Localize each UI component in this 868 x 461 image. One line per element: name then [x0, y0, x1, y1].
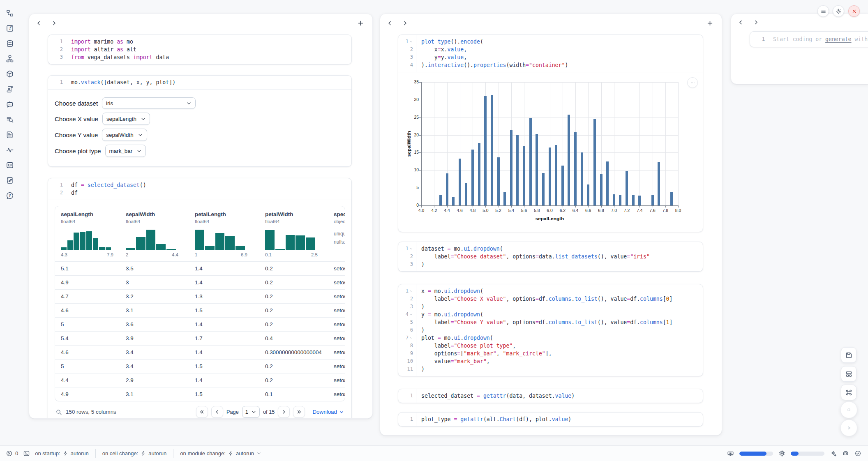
- sidebar-documentation-button[interactable]: [5, 130, 15, 140]
- page-select[interactable]: 1: [242, 406, 260, 418]
- sidebar-packages-button[interactable]: [5, 69, 15, 79]
- panel-next-button[interactable]: [402, 20, 408, 26]
- code-editor[interactable]: 1234plot_type().encode( x=x.value, y=y.v…: [398, 35, 703, 72]
- panel-prev-button[interactable]: [738, 19, 744, 25]
- code-cell-plot-type[interactable]: 1plot_type = getattr(alt.Chart(df), plot…: [398, 412, 703, 426]
- search-icon[interactable]: [55, 409, 62, 415]
- sidebar-rail: f?: [0, 0, 20, 201]
- column-header[interactable]: speciesobjectunique:nulls:: [328, 211, 345, 257]
- code-cell-vstack[interactable]: 1mo.vstack([dataset, x, y, plot]) Choose…: [48, 75, 352, 167]
- y-value-select[interactable]: sepalWidth: [102, 129, 147, 141]
- last-page-button[interactable]: [293, 406, 305, 418]
- code-cell-plot[interactable]: 1234plot_type().encode( x=x.value, y=y.v…: [398, 35, 703, 232]
- shutdown-button[interactable]: [848, 5, 860, 17]
- code-editor[interactable]: 1selected_dataset = getattr(data, datase…: [398, 389, 703, 403]
- plot-type-select[interactable]: mark_bar: [105, 145, 146, 157]
- column-histogram[interactable]: [61, 228, 111, 250]
- panel-prev-button[interactable]: [36, 20, 42, 26]
- sidebar-logs-button[interactable]: [5, 115, 15, 124]
- prev-page-button[interactable]: [211, 406, 223, 418]
- settings-button[interactable]: [833, 5, 844, 17]
- command-palette-button[interactable]: [841, 385, 856, 400]
- first-page-button[interactable]: [196, 406, 208, 418]
- connection-status-button[interactable]: [854, 450, 861, 457]
- chart-bar: [670, 192, 673, 205]
- ai-assist-button[interactable]: [830, 450, 837, 457]
- code-line: y=y.value,: [421, 53, 703, 61]
- table-cell: 4.6: [55, 307, 120, 313]
- sidebar-help-button[interactable]: ?: [5, 191, 15, 201]
- code-cell-xy-plot-dropdowns[interactable]: 1234567891011x = mo.ui.dropdown( label="…: [398, 284, 703, 376]
- sidebar-snippets-button[interactable]: [5, 160, 15, 170]
- column-header[interactable]: petalWidthfloat640.12.5: [259, 211, 328, 257]
- error-indicator[interactable]: 0: [6, 450, 18, 457]
- code-editor[interactable]: 123import marimo as moimport altair as a…: [48, 35, 351, 64]
- column-histogram[interactable]: [195, 228, 245, 250]
- generate-link[interactable]: generate: [825, 36, 852, 42]
- table-cell: 4.4: [55, 377, 120, 383]
- dataset-select[interactable]: iris: [102, 97, 196, 109]
- panel-next-button[interactable]: [753, 19, 759, 25]
- altair-bar-chart[interactable]: 4.04.24.44.64.85.05.25.45.65.86.06.26.46…: [403, 76, 698, 225]
- interrupt-button[interactable]: [840, 401, 857, 418]
- column-histogram[interactable]: [126, 228, 176, 250]
- column-header[interactable]: petalLengthfloat6416.9: [189, 211, 259, 257]
- fold-icon[interactable]: [409, 245, 413, 253]
- line-numbers: 1: [750, 32, 768, 47]
- column-histogram[interactable]: [265, 228, 315, 250]
- chart-bar: [606, 161, 609, 205]
- fold-icon[interactable]: [409, 288, 413, 295]
- editor-placeholder[interactable]: Start coding or generate with: [773, 35, 868, 43]
- add-cell-button[interactable]: [357, 20, 364, 27]
- code-cell-dataframe[interactable]: 12df = selected_dataset()df sepalLengthf…: [48, 178, 352, 419]
- memory-usage-bar: [739, 452, 773, 456]
- fold-icon[interactable]: [409, 311, 413, 319]
- fold-icon[interactable]: [409, 334, 413, 342]
- add-cell-button[interactable]: [706, 20, 713, 27]
- save-notebook-button[interactable]: [841, 347, 856, 363]
- code-cell-selected-dataset[interactable]: 1selected_dataset = getattr(data, datase…: [398, 389, 703, 403]
- terminal-button[interactable]: [23, 450, 30, 457]
- x-value-select[interactable]: sepalLength: [102, 113, 150, 125]
- chart-bar: [529, 118, 532, 205]
- run-button[interactable]: [840, 420, 857, 436]
- code-editor[interactable]: 1plot_type = getattr(alt.Chart(df), plot…: [398, 413, 703, 426]
- sidebar-ai-chat-button[interactable]: [5, 99, 15, 109]
- sidebar-file-tree-button[interactable]: [5, 8, 15, 18]
- on-cell-change-config[interactable]: on cell change: autorun: [102, 450, 167, 456]
- table-cell: setosa: [328, 265, 345, 272]
- chart-bar: [446, 173, 448, 205]
- fold-icon[interactable]: [409, 38, 413, 46]
- sidebar-scratchpad-button[interactable]: [5, 175, 15, 185]
- panel-next-button[interactable]: [51, 20, 57, 26]
- sidebar-datasources-button[interactable]: [5, 39, 15, 48]
- table-header: sepalLengthfloat644.37.9sepalWidthfloat6…: [55, 206, 345, 261]
- code-cell-dataset-dropdown[interactable]: 123dataset = mo.ui.dropdown( label="Choo…: [398, 242, 703, 272]
- sidebar-functions-button[interactable]: f: [5, 23, 15, 33]
- circle-x-icon: [6, 450, 13, 457]
- next-page-button[interactable]: [278, 406, 290, 418]
- panel-prev-button[interactable]: [387, 20, 393, 26]
- panel-menu-button[interactable]: [817, 5, 829, 17]
- code-cell-imports[interactable]: 123import marimo as moimport altair as a…: [48, 35, 352, 65]
- download-button[interactable]: Download: [312, 409, 344, 415]
- column-header[interactable]: sepalWidthfloat6424.4: [120, 211, 189, 257]
- datasources-icon: [6, 39, 14, 48]
- code-editor[interactable]: 123dataset = mo.ui.dropdown( label="Choo…: [398, 242, 703, 271]
- code-editor[interactable]: 12df = selected_dataset()df: [48, 178, 351, 200]
- on-startup-config[interactable]: on startup: autorun: [35, 450, 89, 456]
- code-cell-empty[interactable]: 1 Start coding or generate with: [750, 31, 868, 47]
- chart-actions-button[interactable]: [687, 77, 698, 88]
- code-line: label="Choose Y value", options=df.colum…: [421, 318, 703, 326]
- on-module-change-config[interactable]: on module change: autorun: [180, 450, 262, 456]
- sidebar-dependency-graph-button[interactable]: [5, 54, 15, 64]
- code-editor[interactable]: 1234567891011x = mo.ui.dropdown( label="…: [398, 284, 703, 376]
- sidebar-tracing-button[interactable]: [5, 145, 15, 155]
- copilot-button[interactable]: [842, 450, 849, 457]
- column-header[interactable]: sepalLengthfloat644.37.9: [55, 211, 120, 257]
- table-cell: 5: [55, 363, 120, 369]
- layout-select-button[interactable]: [841, 366, 856, 382]
- code-editor[interactable]: 1mo.vstack([dataset, x, y, plot]): [48, 76, 351, 89]
- table-cell: 1.4: [189, 265, 259, 272]
- sidebar-script-button[interactable]: [5, 84, 15, 94]
